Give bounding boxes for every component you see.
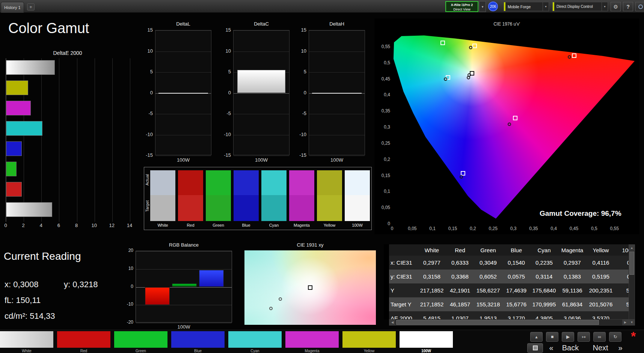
delta-bar xyxy=(237,70,285,93)
x-axis-label: 100W xyxy=(309,157,365,163)
pattern-window-button[interactable] xyxy=(527,343,543,353)
table-cell: 158,6227 xyxy=(474,283,502,297)
patch-blue[interactable]: Blue xyxy=(171,331,225,353)
deltae-bar-yellow xyxy=(6,80,28,95)
swatch-target-yellow xyxy=(317,195,342,221)
deltae-tick-label: 12 xyxy=(107,223,116,228)
gridline xyxy=(309,156,365,156)
cie1931-chart: CIE 1931 xy xyxy=(244,242,376,329)
next-button[interactable]: Next xyxy=(587,343,614,353)
scroll-left-arrow[interactable]: ◀ xyxy=(389,320,395,325)
reading-x: x: 0,3008 xyxy=(5,280,39,289)
actual-marker-cyan xyxy=(444,77,447,81)
source-label: Mobile Forge xyxy=(505,2,543,11)
table-cell: 42,1901 xyxy=(446,283,474,297)
meter-dropdown-arrow[interactable]: ▾ xyxy=(479,1,486,12)
patch-red[interactable]: Red xyxy=(57,331,110,353)
actual-marker xyxy=(279,297,282,301)
transport-loop[interactable]: ∞ xyxy=(593,332,606,342)
chevron-down-icon[interactable]: ▾ xyxy=(602,2,608,11)
gridline xyxy=(155,135,211,135)
target-marker-magenta xyxy=(513,116,517,120)
swatch-actual-cyan xyxy=(261,170,287,195)
source-select[interactable]: Mobile Forge ▾ xyxy=(504,2,549,11)
x-axis-label: 100W xyxy=(136,324,232,330)
edge-button[interactable] xyxy=(635,2,644,11)
cie-x-tick-label: 0,3 xyxy=(507,226,520,231)
swatch-column-label: Yellow xyxy=(317,223,342,227)
next-chevron-icon[interactable]: » xyxy=(616,343,625,353)
transport-stop[interactable]: ■ xyxy=(546,332,558,342)
deltae-bar-white xyxy=(6,60,55,75)
deltae-bar-cyan xyxy=(6,121,42,136)
cie-y-tick-label: 0,35 xyxy=(374,108,390,114)
back-button[interactable]: Back xyxy=(557,343,584,353)
deltae-gridline xyxy=(112,58,113,222)
table-cell: 0,1540 xyxy=(502,256,530,270)
stop-icon: ■ xyxy=(551,335,554,339)
swatch-actual-red xyxy=(178,170,203,195)
meter-select[interactable]: X-Rite i1Pro 2 Direct View xyxy=(445,1,478,12)
cie-y-tick-label: 0,25 xyxy=(374,141,390,146)
patch-green[interactable]: Green xyxy=(114,331,167,353)
transport-refresh[interactable]: ↻ xyxy=(609,332,621,342)
settings-button[interactable]: ⚙ xyxy=(611,2,621,11)
table-cell: 4,3805 xyxy=(530,311,558,320)
back-chevron-icon[interactable]: « xyxy=(547,343,556,353)
cie-x-tick-label: 0,05 xyxy=(406,226,419,231)
column-header: Blue xyxy=(502,244,530,256)
scroll-up-arrow[interactable]: ▲ xyxy=(629,245,635,251)
scroll-right-arrow[interactable]: ▶ xyxy=(622,320,628,325)
deltaC-chart: DeltaC 100W 151050-5-10-15 xyxy=(220,21,291,161)
deltaC-plot xyxy=(233,30,290,155)
step-icon: ↦ xyxy=(582,335,585,339)
h-scrollbar[interactable]: ◀ ▶ xyxy=(389,319,629,326)
deltae-tick-label: 10 xyxy=(90,223,99,228)
actual-marker-red xyxy=(568,55,571,59)
target-marker-green xyxy=(440,41,445,45)
gridline xyxy=(309,30,365,31)
swatch-actual-magenta xyxy=(289,170,314,195)
patch-cyan[interactable]: Cyan xyxy=(228,331,282,353)
deltae-tick-label: 14 xyxy=(125,223,134,228)
patch-magenta[interactable]: Magenta xyxy=(285,331,339,353)
table-cell: 0,4116 xyxy=(587,256,615,270)
axis-tick-label: -10 xyxy=(142,132,153,137)
patch-label: Red xyxy=(57,349,110,353)
deltae-bar-blue xyxy=(6,141,22,156)
transport-eject[interactable]: ▴ xyxy=(530,332,543,342)
tab-history[interactable]: History 1 xyxy=(1,2,24,13)
axis-tick-label: 5 xyxy=(220,69,231,74)
top-bar: History 1 + X-Rite i1Pro 2 Direct View ▾… xyxy=(0,0,644,13)
v-scroll-thumb[interactable] xyxy=(629,251,634,275)
deltae-bar-green xyxy=(6,162,17,176)
loop-icon: ∞ xyxy=(598,335,601,339)
deltaH-plot xyxy=(309,30,365,155)
transport-step[interactable]: ↦ xyxy=(578,332,590,342)
transport-play[interactable]: ▶ xyxy=(562,332,574,342)
axis-tick-label: 10 xyxy=(295,48,306,54)
swatch-column-label: Blue xyxy=(234,223,259,227)
axis-tick-label: -10 xyxy=(220,132,231,137)
add-tab-button[interactable]: + xyxy=(27,3,35,11)
display-control-select[interactable]: Direct Display Control ▾ xyxy=(552,2,608,11)
axis-tick-label: 20 xyxy=(122,248,133,253)
column-header: Green xyxy=(474,244,502,256)
display-control-label: Direct Display Control xyxy=(554,2,602,11)
chevron-down-icon[interactable]: ▾ xyxy=(543,2,549,11)
axis-tick-label: 15 xyxy=(220,27,231,33)
v-scrollbar[interactable]: ▲ ▼ xyxy=(629,244,635,326)
chart-title: DeltaL xyxy=(155,21,211,27)
cie-y-tick-label: 0,5 xyxy=(374,60,390,65)
patch-yellow[interactable]: Yellow xyxy=(342,331,396,353)
scroll-down-arrow[interactable]: ▼ xyxy=(629,319,635,325)
h-scroll-thumb[interactable] xyxy=(396,320,599,325)
table-cell: 200,2351 xyxy=(587,283,615,297)
axis-tick-label: 15 xyxy=(142,27,153,33)
help-button[interactable]: ? xyxy=(623,2,633,11)
patch-100w[interactable]: 100W xyxy=(400,331,453,353)
axis-tick-label: 10 xyxy=(220,48,231,54)
pattern-window-icon xyxy=(533,345,538,350)
swatch-target-green xyxy=(206,195,231,221)
patch-white[interactable]: White xyxy=(0,331,53,353)
